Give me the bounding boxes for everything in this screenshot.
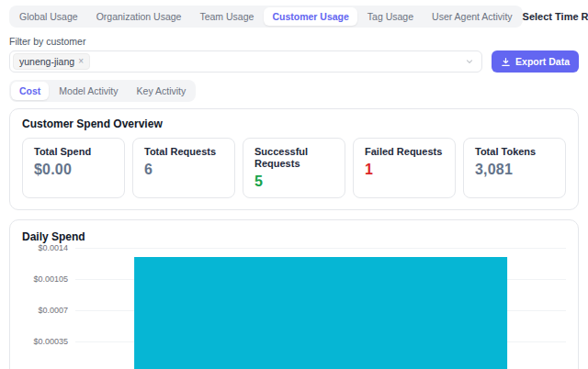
usage-dashboard: Global Usage Organization Usage Team Usa…: [0, 6, 588, 369]
export-data-label: Export Data: [515, 56, 570, 67]
y-tick: $0.00105: [33, 274, 68, 284]
y-axis: $0.0014 $0.00105 $0.0007 $0.00035 $0: [22, 248, 75, 369]
metric-label: Successful Requests: [254, 146, 334, 170]
tab-user-agent-activity[interactable]: User Agent Activity: [424, 7, 521, 26]
metric-total-tokens: Total Tokens 3,081: [463, 138, 566, 198]
y-tick: $0.0014: [38, 243, 68, 252]
filter-row: yuneng-jiang × Export Data: [9, 50, 579, 73]
customer-tag: yuneng-jiang ×: [13, 53, 90, 70]
y-tick: $0.00035: [33, 337, 68, 346]
download-icon: [501, 57, 511, 67]
customer-filter-select[interactable]: yuneng-jiang ×: [9, 50, 482, 73]
export-data-button[interactable]: Export Data: [492, 50, 579, 73]
gridline: [75, 248, 566, 249]
metric-total-spend: Total Spend $0.00: [22, 138, 125, 198]
metric-label: Failed Requests: [365, 146, 444, 158]
metric-value: 6: [144, 162, 223, 178]
metric-failed-requests: Failed Requests 1: [353, 138, 456, 198]
spend-bar[interactable]: [134, 257, 507, 369]
tab-cost[interactable]: Cost: [11, 82, 49, 100]
tab-global-usage[interactable]: Global Usage: [11, 7, 86, 26]
usage-tab-bar: Global Usage Organization Usage Team Usa…: [9, 6, 523, 28]
tab-team-usage[interactable]: Team Usage: [191, 7, 262, 26]
metric-successful-requests: Successful Requests 5: [243, 138, 345, 198]
metric-value: 1: [365, 162, 444, 178]
metric-label: Total Tokens: [475, 146, 554, 158]
tab-organization-usage[interactable]: Organization Usage: [88, 7, 190, 26]
daily-spend-card: Daily Spend $0.0014 $0.00105 $0.0007 $0.…: [9, 219, 579, 369]
plot-area: [75, 248, 566, 369]
metric-label: Total Spend: [34, 146, 113, 158]
overview-title: Customer Spend Overview: [22, 117, 566, 130]
tab-customer-usage[interactable]: Customer Usage: [264, 7, 356, 26]
tab-model-activity[interactable]: Model Activity: [51, 82, 126, 100]
filter-by-customer-label: Filter by customer: [9, 36, 579, 47]
metric-value: $0.00: [34, 162, 113, 178]
y-tick: $0.0007: [38, 306, 68, 315]
tab-tag-usage[interactable]: Tag Usage: [359, 7, 422, 26]
top-bar: Global Usage Organization Usage Team Usa…: [9, 6, 579, 28]
time-range-group: Select Time Range 29 Nov, 13:21 - 6 Dec,…: [523, 6, 588, 27]
metric-total-requests: Total Requests 6: [132, 138, 235, 198]
daily-spend-title: Daily Spend: [22, 230, 566, 243]
daily-spend-chart: $0.0014 $0.00105 $0.0007 $0.00035 $0: [22, 248, 566, 369]
view-tab-bar: Cost Model Activity Key Activity: [9, 80, 196, 102]
time-range-label: Select Time Range: [523, 11, 588, 22]
metric-value: 3,081: [475, 162, 554, 178]
chevron-down-icon: [465, 57, 474, 66]
metric-value: 5: [254, 173, 334, 190]
tab-key-activity[interactable]: Key Activity: [129, 82, 195, 100]
customer-tag-label: yuneng-jiang: [19, 56, 74, 67]
metric-label: Total Requests: [144, 146, 223, 158]
metric-grid: Total Spend $0.00 Total Requests 6 Succe…: [22, 138, 566, 198]
remove-tag-icon[interactable]: ×: [78, 57, 84, 66]
customer-spend-overview-card: Customer Spend Overview Total Spend $0.0…: [9, 108, 579, 210]
